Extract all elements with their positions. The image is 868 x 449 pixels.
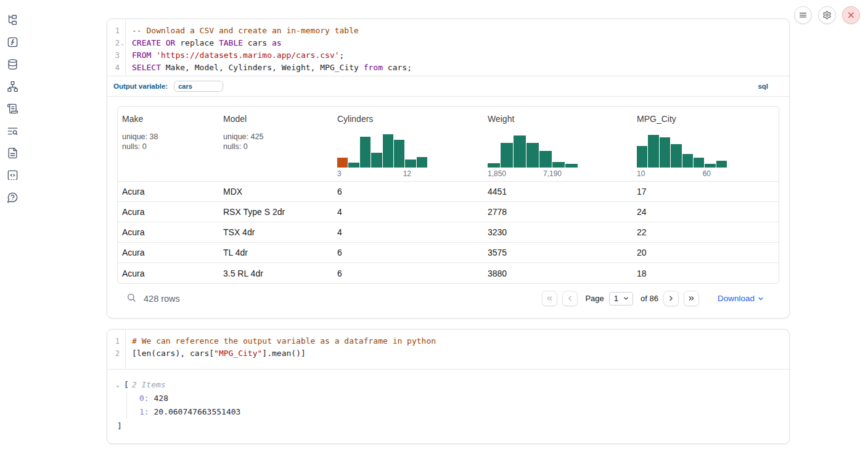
histogram-bar[interactable]	[383, 134, 393, 168]
histogram-bar[interactable]	[694, 158, 704, 168]
histogram-bar[interactable]	[394, 140, 404, 168]
notebook-controls	[794, 6, 860, 24]
items-count-label: 2 Items	[132, 378, 166, 391]
close-bracket: ]	[117, 419, 779, 432]
histogram-bar[interactable]	[637, 146, 647, 168]
datasources-icon[interactable]	[5, 57, 20, 71]
table-cell: 6	[333, 269, 483, 278]
output-variable-input[interactable]	[174, 81, 223, 92]
open-bracket: [	[124, 378, 129, 391]
code-line[interactable]: SELECT Make, Model, Cylinders, Weight, M…	[132, 62, 789, 74]
table-row[interactable]: Acura3.5 RL 4dr6388018	[118, 263, 779, 283]
prev-page-button[interactable]	[562, 291, 578, 306]
column-name[interactable]: MPG_City	[637, 114, 779, 124]
code-line[interactable]: # We can reference the output variable a…	[132, 335, 789, 347]
histogram-bar[interactable]	[488, 163, 500, 168]
table-cell: 22	[633, 227, 779, 237]
histogram-bar[interactable]	[526, 143, 539, 168]
page-select[interactable]: 1	[609, 292, 633, 305]
table-row[interactable]: AcuraRSX Type S 2dr4277824	[118, 202, 779, 222]
column-header: Weight1,8507,190	[483, 114, 633, 181]
code-line[interactable]: CREATE OR replace TABLE cars as	[132, 37, 789, 49]
column-name[interactable]: Cylinders	[337, 114, 483, 124]
table-footer: 428 rows Page 1 of 86 Download	[117, 284, 779, 313]
file-explorer-icon[interactable]	[5, 12, 20, 27]
histogram-bar[interactable]	[417, 157, 427, 168]
shutdown-button[interactable]	[842, 6, 860, 24]
histogram-bar[interactable]	[360, 137, 371, 168]
histogram-bar[interactable]	[539, 151, 552, 168]
search-icon[interactable]	[126, 293, 136, 304]
help-icon[interactable]	[5, 190, 20, 204]
function-square-icon[interactable]	[5, 34, 20, 49]
first-page-button[interactable]	[542, 291, 557, 306]
table-cell: TSX 4dr	[219, 227, 333, 237]
table-cell: 6	[333, 248, 483, 257]
logs-search-icon[interactable]	[5, 123, 20, 138]
column-header: Modelunique: 425nulls: 0	[219, 114, 333, 181]
code-line[interactable]: -- Download a CSV and create an in-memor…	[132, 25, 789, 37]
sql-editor[interactable]: 12⌄34 -- Download a CSV and create an in…	[107, 19, 789, 76]
collapse-icon[interactable]: ⌄	[116, 378, 124, 391]
histogram-bar[interactable]	[660, 137, 670, 168]
table-row[interactable]: AcuraTSX 4dr4323022	[118, 222, 779, 243]
histogram-bar[interactable]	[648, 135, 658, 168]
next-page-button[interactable]	[663, 291, 679, 306]
python-editor[interactable]: 12 # We can reference the output variabl…	[107, 330, 789, 370]
histogram-bar[interactable]	[348, 163, 359, 168]
table-cell: Acura	[118, 227, 219, 237]
column-histogram[interactable]: 1060	[637, 133, 727, 181]
documentation-icon[interactable]	[5, 145, 20, 160]
histogram-bar[interactable]	[682, 154, 693, 168]
table-cell: Acura	[118, 207, 219, 217]
histogram-bar[interactable]	[337, 158, 348, 168]
histogram-bar[interactable]	[716, 161, 727, 168]
scratchpad-icon[interactable]	[5, 168, 20, 182]
column-name[interactable]: Make	[122, 114, 219, 124]
histogram-max-label: 60	[703, 169, 711, 178]
table-cell: Acura	[118, 248, 219, 257]
dependency-graph-icon[interactable]	[5, 79, 20, 94]
histogram-bar[interactable]	[565, 164, 578, 168]
python-output: ⌄ [ 2 Items 0: 4281: 20.060747663551403 …	[107, 370, 789, 443]
column-header: Makeunique: 38nulls: 0	[118, 114, 219, 181]
table-header: Makeunique: 38nulls: 0Modelunique: 425nu…	[118, 107, 779, 182]
dataframe-table: Makeunique: 38nulls: 0Modelunique: 425nu…	[117, 106, 779, 284]
table-row[interactable]: AcuraMDX6445117	[118, 182, 779, 202]
line-number-gutter: 12	[107, 330, 126, 369]
column-header: Cylinders312	[333, 114, 483, 181]
code-line[interactable]: FROM 'https://datasets.marimo.app/cars.c…	[132, 49, 789, 62]
histogram-bar[interactable]	[501, 143, 513, 168]
download-button[interactable]: Download	[718, 294, 764, 303]
column-name[interactable]: Model	[223, 114, 333, 124]
snippets-icon[interactable]	[5, 101, 20, 116]
column-histogram[interactable]: 312	[337, 133, 427, 181]
settings-button[interactable]	[818, 6, 836, 24]
fold-chevron-icon[interactable]: ⌄	[120, 41, 125, 46]
row-count: 428 rows	[144, 294, 180, 304]
histogram-bar[interactable]	[514, 136, 526, 168]
notebook: 12⌄34 -- Download a CSV and create an in…	[107, 18, 790, 444]
column-name[interactable]: Weight	[488, 114, 633, 124]
list-item: 0: 428	[139, 392, 779, 405]
table-cell: 4	[333, 207, 483, 217]
histogram-bar[interactable]	[405, 160, 416, 168]
chevron-down-icon	[623, 295, 629, 302]
table-cell: 2778	[483, 207, 633, 217]
column-histogram[interactable]: 1,8507,190	[488, 133, 578, 181]
menu-button[interactable]	[794, 6, 812, 24]
histogram-bar[interactable]	[705, 164, 715, 168]
table-cell: 4	[333, 227, 483, 237]
histogram-bar[interactable]	[671, 144, 681, 168]
python-code-content[interactable]: # We can reference the output variable a…	[126, 330, 789, 369]
table-cell: MDX	[219, 187, 333, 196]
histogram-bar[interactable]	[371, 153, 382, 168]
table-cell: 3.5 RL 4dr	[219, 269, 333, 278]
page-total-label: of 86	[641, 294, 658, 303]
last-page-button[interactable]	[684, 291, 699, 306]
sql-code-content[interactable]: -- Download a CSV and create an in-memor…	[126, 19, 789, 76]
table-row[interactable]: AcuraTL 4dr6357520	[118, 243, 779, 263]
histogram-bar[interactable]	[552, 162, 565, 168]
code-line[interactable]: [len(cars), cars["MPG_City"].mean()]	[132, 347, 789, 360]
table-cell: 18	[633, 269, 779, 278]
